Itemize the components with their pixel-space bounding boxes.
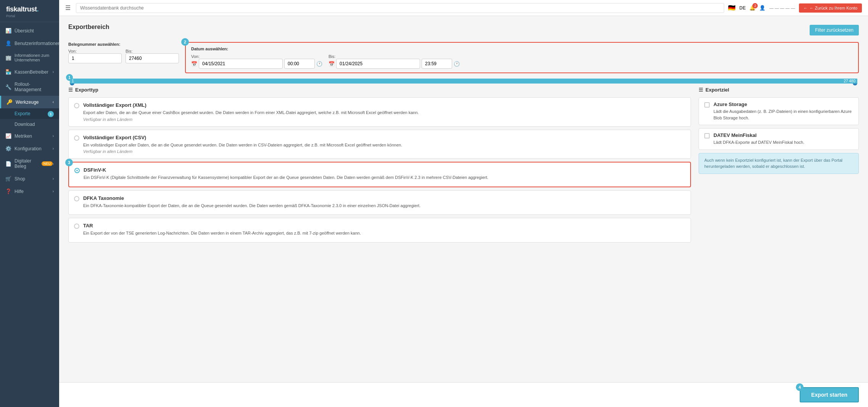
store-icon: 🏪 [5, 69, 11, 75]
list-icon: ☰ [68, 87, 73, 93]
sidebar-item-uebersicht[interactable]: 📊 Übersicht [0, 24, 59, 37]
beleg-group: Belegnummer auswählen: Von: Bis: [68, 42, 179, 63]
slider-value-left: 1 [70, 79, 857, 84]
radio-xml[interactable] [74, 103, 79, 108]
datum-bis-label: Bis: [329, 54, 460, 59]
datum-von-time-input[interactable] [284, 59, 315, 69]
flag-icon: 🇩🇪 [728, 4, 736, 11]
clock-icon-bis[interactable]: 🕐 [454, 61, 460, 67]
sidebar-item-digitaler-beleg[interactable]: 📄 Digitaler Beleg NEU › [0, 155, 59, 172]
slider-area: 1 1 27 480 [68, 77, 859, 79]
export-card-dsfinvk[interactable]: 3 DSFinV-K Ein DSFinV-K (Digitale Schnit… [68, 162, 691, 187]
key-icon: 🔑 [6, 99, 13, 105]
checkbox-datev[interactable] [704, 133, 710, 138]
logo-area: fiskaltrust. Portal [0, 0, 59, 22]
logo-subtitle: Portal [6, 14, 53, 18]
beleg-label: Belegnummer auswählen: [68, 42, 179, 47]
export-csv-desc: Ein vollständiger Export aller Daten, di… [83, 142, 685, 148]
export-tar-desc: Ein Export der von der TSE generierten L… [83, 230, 685, 236]
sidebar-nav: 📊 Übersicht 👤 Benutzerinformationen › 🏢 … [0, 22, 59, 407]
radio-dfka[interactable] [74, 196, 79, 201]
two-col-layout: ☰ Exporttyp Vollständiger Export (XML) E… [68, 87, 859, 246]
export-dsfinvk-title: DSFinV-K [84, 167, 685, 173]
filter-reset-button[interactable]: Filter zurücksetzen [810, 25, 859, 35]
beleg-bis-input[interactable] [126, 53, 179, 63]
sidebar-item-rollout[interactable]: 🔧 Rollout-Management [0, 78, 59, 96]
step3-badge: 3 [65, 159, 73, 166]
username-label: — — — — — [769, 6, 795, 10]
building-icon: 🏢 [5, 55, 11, 61]
export-starten-button[interactable]: Export starten [800, 387, 859, 402]
export-dfka-title: DFKA Taxonomie [83, 195, 685, 201]
export-xml-note: Verfügbar in allen Ländern [83, 117, 685, 122]
datum-bis-time-input[interactable] [422, 59, 452, 69]
datev-title: DATEV MeinFiskal [713, 132, 804, 138]
sidebar-item-informationen[interactable]: 🏢 Informationen zum Unternehmen [0, 50, 59, 66]
azure-desc: Lädt die Ausgabedaten (z. B. ZIP-Dateien… [713, 108, 853, 121]
wrench-icon: 🔧 [5, 84, 11, 90]
beleg-bis-label: Bis: [126, 49, 179, 53]
datum-bis-date-input[interactable] [336, 59, 420, 69]
target-icon: ☰ [699, 87, 703, 93]
step4-badge: 4 [796, 383, 804, 391]
content-area: Exportbereich Filter zurücksetzen Belegn… [59, 16, 868, 382]
notifications-button[interactable]: 🔔 2 [749, 5, 755, 11]
checkbox-azure[interactable] [704, 102, 710, 108]
notification-badge: 2 [752, 3, 758, 8]
sidebar-item-kassenbetreiber[interactable]: 🏪 KassenBetreiber › [0, 66, 59, 78]
main-area: ☰ 🇩🇪 DE 🔔 2 👤 — — — — — ← ← Zurück zu Ih… [59, 0, 868, 407]
chevron-icon: › [53, 70, 54, 74]
arrow-left-icon: ← [804, 6, 808, 10]
export-card-tar[interactable]: TAR Ein Export der von der TSE generiert… [68, 218, 691, 243]
logo: fiskaltrust. [6, 5, 53, 13]
sidebar-item-shop[interactable]: 🛒 Shop › [0, 172, 59, 185]
sidebar-item-benutzerinformationen[interactable]: 👤 Benutzerinformationen › [0, 37, 59, 50]
gear-icon: ⚙️ [5, 146, 11, 151]
export-csv-title: Vollständiger Export (CSV) [83, 135, 685, 140]
beleg-von-input[interactable] [68, 53, 122, 63]
metrics-icon: 📈 [5, 133, 11, 139]
slider-track[interactable]: 1 27 480 [70, 80, 857, 82]
export-card-dfka[interactable]: DFKA Taxonomie Ein DFKA-Taxonomie-kompat… [68, 190, 691, 215]
export-type-header: ☰ Exporttyp [68, 87, 691, 93]
datev-desc: Lädt DFKA-Exporte auf DATEV MeinFiskal h… [713, 139, 804, 146]
sidebar-item-metriken[interactable]: 📈 Metriken › [0, 130, 59, 142]
sidebar-item-exporte[interactable]: Exporte 1 [0, 108, 59, 119]
dest-card-datev[interactable]: DATEV MeinFiskal Lädt DFKA-Exporte auf D… [699, 128, 859, 150]
menu-icon[interactable]: ☰ [65, 4, 71, 11]
sidebar-item-konfiguration[interactable]: ⚙️ Konfiguration › [0, 142, 59, 155]
calendar-icon-von: 📅 [191, 61, 197, 67]
datum-label: Datum auswählen: [191, 47, 853, 51]
export-ziel-col: ☰ Exportziel Azure Storage Lädt die Ausg… [699, 87, 859, 246]
chevron-icon: › [53, 189, 54, 193]
help-icon: ❓ [5, 188, 11, 194]
sidebar-item-hilfe[interactable]: ❓ Hilfe › [0, 185, 59, 198]
export-card-csv[interactable]: Vollständiger Export (CSV) Ein vollständ… [68, 130, 691, 159]
step1-slider-badge: 1 [66, 74, 73, 81]
chevron-icon: › [53, 162, 54, 166]
chart-icon: 📊 [5, 28, 11, 34]
user-icon-top[interactable]: 👤 [759, 5, 765, 11]
sidebar-item-download[interactable]: Download [0, 119, 59, 130]
radio-tar[interactable] [74, 224, 79, 229]
topbar: ☰ 🇩🇪 DE 🔔 2 👤 — — — — — ← ← Zurück zu Ih… [59, 0, 868, 16]
search-input[interactable] [76, 3, 724, 13]
dest-card-azure[interactable]: Azure Storage Lädt die Ausgabedaten (z. … [699, 97, 859, 125]
shop-icon: 🛒 [5, 176, 11, 182]
export-tar-title: TAR [83, 223, 685, 228]
chevron-icon: › [53, 177, 54, 181]
user-icon: 👤 [5, 40, 11, 46]
language-label[interactable]: DE [739, 5, 746, 11]
radio-csv[interactable] [74, 135, 79, 141]
datum-von-date-input[interactable] [199, 59, 283, 69]
export-card-xml[interactable]: Vollständiger Export (XML) Export aller … [68, 97, 691, 127]
export-dsfinvk-desc: Ein DSFinV-K (Digitale Schnittstelle der… [84, 174, 685, 181]
chevron-icon: › [53, 146, 54, 151]
calendar-icon-bis: 📅 [329, 61, 335, 67]
sidebar-item-werkzeuge[interactable]: 🔑 Werkzeuge ‹ [0, 96, 59, 108]
step1-badge: 1 [48, 111, 54, 117]
radio-dsfinvk[interactable] [74, 168, 80, 173]
clock-icon-von[interactable]: 🕐 [316, 61, 322, 67]
back-to-account-button[interactable]: ← ← Zurück zu Ihrem Konto [799, 3, 862, 13]
export-dfka-desc: Ein DFKA-Taxonomie-kompatibler Export de… [83, 203, 685, 209]
